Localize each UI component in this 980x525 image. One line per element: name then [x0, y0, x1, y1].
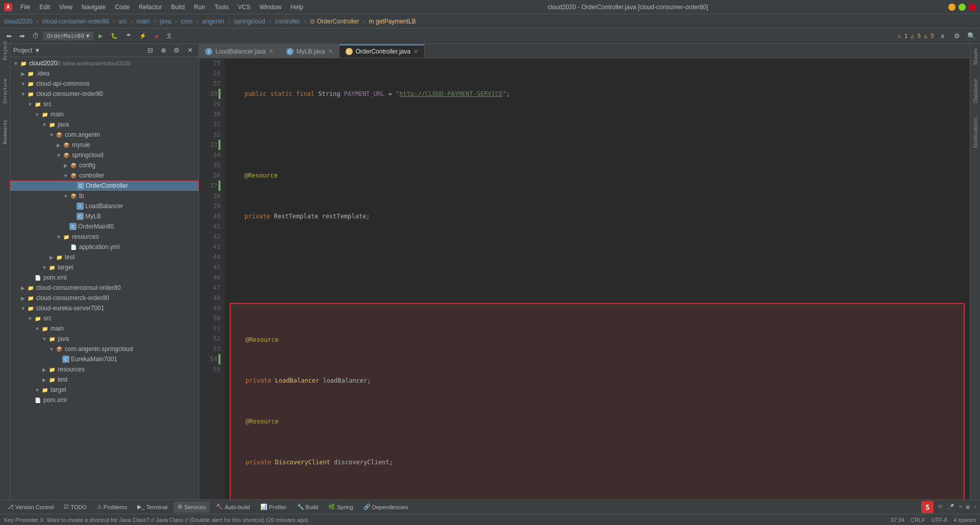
- breadcrumb-angenin[interactable]: angenin: [202, 18, 224, 25]
- tree-item-java[interactable]: ▼ 📁 java: [10, 119, 199, 130]
- breadcrumb-springcloud[interactable]: springcloud: [234, 18, 265, 25]
- tree-item-target[interactable]: ▼ 📁 target: [10, 262, 199, 272]
- menu-help[interactable]: Help: [286, 3, 307, 12]
- dependencies-button[interactable]: 🔗 Dependencies: [359, 502, 412, 513]
- tree-item-main[interactable]: ▼ 📁 main: [10, 109, 199, 119]
- close-sidebar-button[interactable]: ✕: [184, 45, 195, 56]
- search-everywhere-button[interactable]: 🔍: [966, 31, 977, 42]
- spring-button[interactable]: 🌿 Spring: [324, 502, 357, 513]
- tree-item-myrule[interactable]: ▶ 📦 myrule: [10, 140, 199, 150]
- tree-item-order80[interactable]: ▼ 📁 cloud-consumer-order80: [10, 89, 199, 99]
- tab-ordercontroller[interactable]: C OrderController.java ✕: [339, 44, 425, 58]
- tree-item-eureka-src[interactable]: ▼ 📁 src: [10, 313, 199, 323]
- sidebar-dropdown-icon[interactable]: ▼: [34, 47, 40, 54]
- cursor-position[interactable]: 37:34: [891, 517, 905, 523]
- stop-button[interactable]: ■: [152, 31, 161, 42]
- sonar-icon[interactable]: S: [921, 501, 934, 513]
- tree-item-zk-order80[interactable]: ▶ 📁 cloud-consumerzk-order80: [10, 293, 199, 303]
- bookmarks-icon[interactable]: Bookmarks: [1, 128, 10, 137]
- tab-close-icon[interactable]: ✕: [269, 48, 274, 55]
- breadcrumb-module[interactable]: cloud-consumer-order80: [42, 18, 109, 25]
- tree-item-eureka-target[interactable]: ▼ 📁 target: [10, 385, 199, 395]
- translate-button[interactable]: 文: [163, 31, 175, 42]
- debug-button[interactable]: 🐛: [108, 31, 121, 42]
- breadcrumb-java[interactable]: java: [160, 18, 171, 25]
- tree-item-root[interactable]: ▼ 📁 cloud2020 E:\idea-workspace\cloud202…: [10, 58, 199, 68]
- menu-edit[interactable]: Edit: [35, 3, 54, 12]
- profile-button[interactable]: ⚡: [136, 31, 150, 42]
- run-button[interactable]: ▶: [95, 31, 106, 42]
- breadcrumb-cloud2020[interactable]: cloud2020: [4, 18, 32, 25]
- tree-item-springcloud[interactable]: ▼ 📦 springcloud: [10, 150, 199, 160]
- close-button[interactable]: [969, 4, 976, 11]
- tree-item-ordercontroller[interactable]: C OrderController: [10, 181, 199, 191]
- menu-refactor[interactable]: Refactor: [135, 3, 166, 12]
- structure-icon[interactable]: Structure: [1, 87, 10, 96]
- build-button[interactable]: 🔧 Build: [293, 502, 322, 513]
- menu-vcs[interactable]: VCS: [234, 3, 255, 12]
- tab-close-icon[interactable]: ✕: [328, 48, 333, 55]
- tree-item-src[interactable]: ▼ 📁 src: [10, 99, 199, 109]
- database-panel-button[interactable]: Database: [971, 77, 979, 105]
- menu-build[interactable]: Build: [167, 3, 189, 12]
- tree-item-eureka-pkg[interactable]: ▼ 📦 com.angenin.springcloud: [10, 344, 199, 354]
- tree-item-eureka-test[interactable]: ▶ 📁 test: [10, 374, 199, 385]
- tree-item-config[interactable]: ▶ 📦 config: [10, 160, 199, 170]
- tree-item-ordermain80[interactable]: C OrderMain80: [10, 221, 199, 232]
- locate-file-button[interactable]: ⊕: [158, 45, 169, 56]
- encoding[interactable]: UTF-8: [932, 517, 947, 523]
- tab-close-icon[interactable]: ✕: [413, 48, 418, 55]
- breadcrumb-main[interactable]: main: [137, 18, 150, 25]
- tree-item-eureka7001[interactable]: ▼ 📁 cloud-eureka-server7001: [10, 303, 199, 313]
- menu-navigate[interactable]: Navigate: [78, 3, 110, 12]
- menu-file[interactable]: File: [16, 3, 34, 12]
- breadcrumb-src[interactable]: src: [119, 18, 127, 25]
- run-config-selector[interactable]: OrderMain80 ▼: [43, 32, 93, 40]
- tree-item-loadbalancer[interactable]: I LoadBalancer: [10, 201, 199, 211]
- tree-item-mylb[interactable]: C MyLB: [10, 211, 199, 221]
- todo-button[interactable]: ☑ TODO: [60, 502, 91, 513]
- recent-files-button[interactable]: ⏱: [30, 31, 41, 42]
- tree-item-test[interactable]: ▶ 📁 test: [10, 252, 199, 262]
- version-control-button[interactable]: ⎇ Version Control: [3, 502, 58, 513]
- tree-item-eureka-main[interactable]: ▼ 📁 main: [10, 323, 199, 334]
- tab-mylb[interactable]: C MyLB.java ✕: [280, 44, 339, 58]
- menu-window[interactable]: Window: [256, 3, 286, 12]
- breadcrumb-com[interactable]: com: [181, 18, 192, 25]
- tree-item-eureka-java[interactable]: ▼ 📁 java: [10, 334, 199, 344]
- menu-run[interactable]: Run: [190, 3, 209, 12]
- code-editor[interactable]: 25 26 27 28 29 30 31 32 33 34 35 36 37 3…: [199, 58, 970, 499]
- breadcrumb-class[interactable]: ⊙ OrderController: [310, 18, 359, 25]
- tree-item-eureka-resources[interactable]: ▶ 📁 resources: [10, 364, 199, 374]
- project-icon[interactable]: Project: [1, 46, 10, 55]
- tree-item-lb[interactable]: ▼ 📦 lb: [10, 191, 199, 201]
- menu-tools[interactable]: Tools: [210, 3, 233, 12]
- tree-item-pom[interactable]: 📄 pom.xml: [10, 272, 199, 283]
- terminal-button[interactable]: ▶_ Terminal: [133, 502, 172, 513]
- settings-button[interactable]: ⚙: [951, 31, 963, 42]
- indent[interactable]: 4 spaces: [953, 517, 976, 523]
- tree-item-idea[interactable]: ▶ 📁 .idea: [10, 68, 199, 79]
- notifications-panel-button[interactable]: Notifications: [971, 115, 979, 150]
- services-button[interactable]: ⚙ Services: [174, 502, 210, 513]
- coverage-button[interactable]: ☂: [123, 31, 134, 42]
- menu-view[interactable]: View: [55, 3, 77, 12]
- profiler-button[interactable]: 📊 Profiler: [256, 502, 291, 513]
- tree-item-yml[interactable]: 📄 application.yml: [10, 242, 199, 252]
- line-ending[interactable]: CRLF: [911, 517, 925, 523]
- tree-item-api-commons[interactable]: ▼ 📁 cloud-api-commons: [10, 79, 199, 89]
- tree-item-consul-order80[interactable]: ▶ 📁 cloud-consumerconsul-order80: [10, 283, 199, 293]
- tree-item-eureka-pom[interactable]: 📄 pom.xml: [10, 395, 199, 405]
- auto-build-button[interactable]: 🔨 Auto-build: [212, 502, 254, 513]
- tree-settings-button[interactable]: ⚙: [171, 45, 182, 56]
- tree-item-eurekamain7001[interactable]: C EurekaMain7001: [10, 354, 199, 364]
- breadcrumb-method[interactable]: m getPaymentLB: [369, 18, 416, 25]
- back-button[interactable]: ⬅: [3, 31, 14, 42]
- minimize-button[interactable]: [948, 4, 955, 11]
- breadcrumb-controller[interactable]: controller: [275, 18, 300, 25]
- tree-item-com-angenin[interactable]: ▼ 📦 com.angenin: [10, 130, 199, 140]
- collapse-all-button[interactable]: ⊟: [144, 45, 156, 56]
- tree-item-controller[interactable]: ▼ 📦 controller: [10, 170, 199, 181]
- tree-item-resources[interactable]: ▼ 📁 resources: [10, 232, 199, 242]
- code-text[interactable]: public static final String PAYMENT_URL =…: [225, 58, 970, 499]
